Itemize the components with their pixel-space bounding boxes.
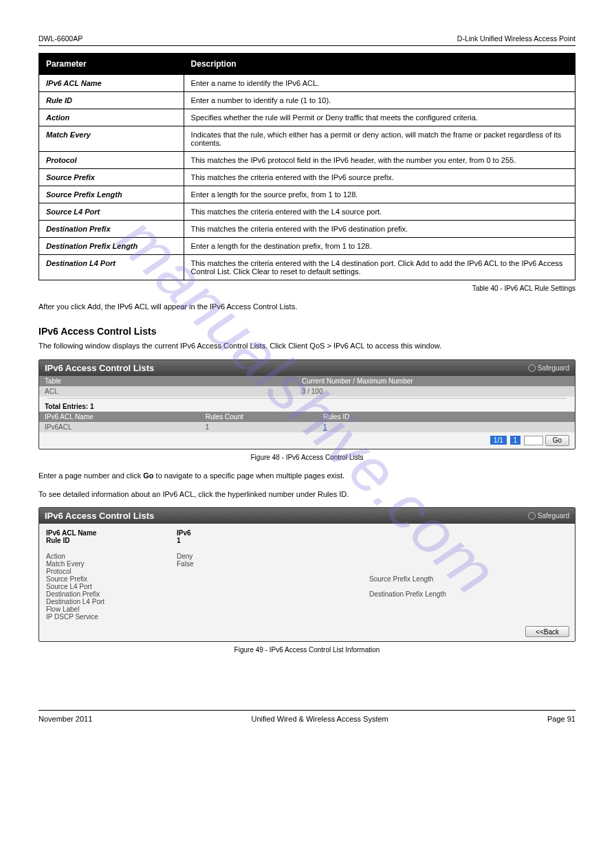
pager: 1/1 1 Go bbox=[39, 432, 575, 449]
param-desc: Enter a length for the source prefix, fr… bbox=[184, 186, 575, 203]
list-item: Source PrefixSource Prefix Length bbox=[46, 575, 568, 583]
detail-cell: Match Every bbox=[46, 560, 177, 568]
param-name: Destination Prefix Length bbox=[39, 238, 184, 255]
detail-cell bbox=[493, 605, 568, 613]
table-row: Destination Prefix LengthEnter a length … bbox=[39, 238, 575, 255]
table-row: IPv6 ACL NameEnter a name to identify th… bbox=[39, 75, 575, 92]
list-item: Rule ID1 bbox=[46, 537, 568, 544]
figure49-panel: IPv6 Access Control Lists Safeguard IPv6… bbox=[39, 507, 575, 642]
pager-input[interactable] bbox=[524, 436, 543, 445]
param-desc: Indicates that the rule, which either ha… bbox=[184, 126, 575, 152]
param-name: Protocol bbox=[39, 152, 184, 169]
detail-cell: IPv6 bbox=[177, 529, 369, 537]
detail-cell bbox=[177, 605, 369, 613]
table-row: Source PrefixThis matches the criteria e… bbox=[39, 169, 575, 186]
list-item: Protocol bbox=[46, 568, 568, 575]
param-name: Source Prefix Length bbox=[39, 186, 184, 203]
paragraph-detail-hint: To see detailed information about an IPv… bbox=[39, 489, 575, 500]
panel2-title-bar: IPv6 Access Control Lists Safeguard bbox=[39, 508, 575, 524]
param-desc: Specifies whether the rule will Permit o… bbox=[184, 109, 575, 126]
bottom-rule bbox=[39, 710, 575, 711]
table-caption: Table 40 - IPv6 ACL Rule Settings bbox=[39, 285, 575, 292]
detail-cell bbox=[493, 598, 568, 605]
param-name: IPv6 ACL Name bbox=[39, 75, 184, 92]
list-cell2: 1 bbox=[200, 422, 318, 432]
document-header: DWL-6600AP D-Link Unified Wireless Acces… bbox=[39, 34, 575, 43]
detail-cell bbox=[493, 529, 568, 537]
detail-cell: Flow Label bbox=[46, 605, 177, 613]
param-desc: Enter a length for the destination prefi… bbox=[184, 238, 575, 255]
detail-cell: Protocol bbox=[46, 568, 177, 575]
list-col2: Rules Count bbox=[200, 412, 318, 422]
detail-cell bbox=[369, 568, 493, 575]
rules-id-link[interactable]: 1 bbox=[323, 423, 327, 431]
detail-cell bbox=[369, 613, 493, 621]
list-item: IP DSCP Service bbox=[46, 613, 568, 621]
total-entries: Total Entries: 1 bbox=[39, 400, 575, 412]
footer-left: November 2011 bbox=[39, 715, 92, 723]
detail-cell bbox=[177, 575, 369, 583]
header-left: DWL-6600AP bbox=[39, 34, 83, 43]
detail-cell bbox=[493, 560, 568, 568]
param-desc: Enter a number to identify a rule (1 to … bbox=[184, 92, 575, 109]
detail-cell bbox=[493, 613, 568, 621]
summary-cell1: ACL bbox=[39, 386, 296, 397]
list-item: IPv6 ACL NameIPv6 bbox=[46, 529, 568, 537]
param-name: Source L4 Port bbox=[39, 203, 184, 221]
table-row: ProtocolThis matches the IPv6 protocol f… bbox=[39, 152, 575, 169]
pager-go-button[interactable]: Go bbox=[545, 435, 569, 446]
table-row: Rule IDEnter a number to identify a rule… bbox=[39, 92, 575, 109]
nav-path-content: The following window displays the curren… bbox=[39, 342, 441, 350]
list-col3: Rules ID bbox=[318, 412, 575, 422]
detail-cell bbox=[177, 568, 369, 575]
detail-cell bbox=[493, 590, 568, 598]
list-item: Match EveryFalse bbox=[46, 560, 568, 568]
table-row: Source L4 PortThis matches the criteria … bbox=[39, 203, 575, 221]
detail-cell: Destination Prefix bbox=[46, 590, 177, 598]
param-desc: This matches the criteria entered with t… bbox=[184, 255, 575, 280]
detail-cell bbox=[177, 598, 369, 605]
detail-cell bbox=[493, 553, 568, 560]
summary-cell2: 3 / 100 bbox=[296, 386, 575, 397]
footer-center: Unified Wired & Wireless Access System bbox=[252, 715, 388, 723]
param-name: Match Every bbox=[39, 126, 184, 152]
figure49-caption: Figure 49 - IPv6 Access Control List Inf… bbox=[39, 646, 575, 654]
detail-cell: 1 bbox=[177, 537, 369, 544]
table-row: Destination PrefixThis matches the crite… bbox=[39, 221, 575, 238]
param-name: Destination Prefix bbox=[39, 221, 184, 238]
list-item: Flow Label bbox=[46, 605, 568, 613]
footer: November 2011 Unified Wired & Wireless A… bbox=[39, 715, 575, 723]
footer-right: Page 91 bbox=[547, 715, 575, 723]
param-name: Rule ID bbox=[39, 92, 184, 109]
table-row: Match EveryIndicates that the rule, whic… bbox=[39, 126, 575, 152]
param-desc: Enter a name to identify the IPv6 ACL. bbox=[184, 75, 575, 92]
detail-cell bbox=[493, 568, 568, 575]
separator bbox=[47, 398, 567, 399]
top-rule bbox=[39, 45, 575, 46]
param-desc: This matches the IPv6 protocol field in … bbox=[184, 152, 575, 169]
section-title: IPv6 Access Control Lists bbox=[39, 326, 575, 337]
safeguard-icon: Safeguard bbox=[528, 364, 569, 372]
detail-cell bbox=[493, 583, 568, 590]
detail-cell: Deny bbox=[177, 553, 369, 560]
detail-cell bbox=[369, 553, 493, 560]
detail-cell bbox=[369, 598, 493, 605]
detail-cell bbox=[369, 583, 493, 590]
nav-path-text: The following window displays the curren… bbox=[39, 341, 575, 351]
list-cell1: IPv6ACL bbox=[39, 422, 200, 432]
back-button[interactable]: <<Back bbox=[525, 626, 569, 637]
detail-cell: False bbox=[177, 560, 369, 568]
param-desc: This matches the criteria entered with t… bbox=[184, 169, 575, 186]
detail-cell bbox=[369, 529, 493, 537]
detail-cell: IP DSCP Service bbox=[46, 613, 177, 621]
table-row: Destination L4 PortThis matches the crit… bbox=[39, 255, 575, 280]
pager-pages: 1/1 bbox=[490, 436, 507, 445]
detail-cell bbox=[369, 605, 493, 613]
detail-cell: Action bbox=[46, 553, 177, 560]
col-header-parameter: Parameter bbox=[39, 54, 184, 75]
detail-cell bbox=[493, 575, 568, 583]
panel2-title: IPv6 Access Control Lists bbox=[45, 511, 154, 521]
safeguard-icon-2: Safeguard bbox=[528, 512, 569, 520]
list-col1: IPv6 ACL Name bbox=[39, 412, 200, 422]
param-name: Source Prefix bbox=[39, 169, 184, 186]
